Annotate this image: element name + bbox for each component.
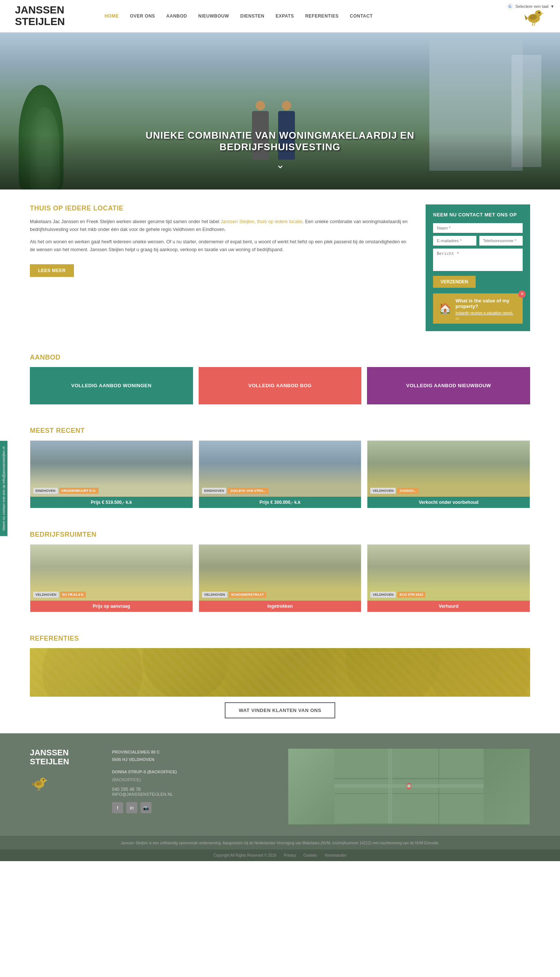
footer-cookies-link[interactable]: Cookies — [303, 853, 317, 857]
intro-paragraph1: Makelaars Jac Janssen en Freek Steijlen … — [30, 218, 411, 234]
recent-property-1-price: Prijs € 519.500,- k.k — [30, 497, 193, 508]
aanbod-section: AANBOD VOLLEDIG AANBOD WONINGEN VOLLEDIG… — [0, 346, 560, 419]
footer-map — [288, 748, 530, 825]
valuation-icon: 🏠 — [439, 302, 452, 315]
svg-point-11 — [143, 648, 230, 697]
footer-map-svg — [288, 749, 530, 823]
hero-section: UNIEKE COMBINATIE VAN WONINGMAKELAARDIJ … — [0, 32, 560, 189]
nav-item-contact[interactable]: CONTACT — [350, 13, 373, 19]
nav-item-home[interactable]: HOME — [105, 13, 119, 19]
recent-property-1[interactable]: EINDHOVEN Kruidenbuurt e.o. Prijs € 519.… — [30, 440, 193, 508]
bedrijf-property-3[interactable]: VELDHOVEN Eco Str-2022 Verhuurd — [367, 544, 530, 612]
recent-property-3[interactable]: VELDHOVEN Zandov... Verkocht onder voorb… — [367, 440, 530, 508]
contact-form-title: NEEM NU CONTACT MET ONS OP — [433, 212, 523, 217]
referenties-button-container: WAT VINDEN KLANTEN VAN ONS — [30, 702, 530, 718]
referenties-section: REFERENTIES WAT VINDEN KLANTEN VAN ONS — [0, 627, 560, 733]
bedrijf-badge-area-1: Ec Fr-61.4 k — [60, 592, 86, 598]
svg-point-3 — [538, 12, 540, 13]
bedrijf-cards-container: VELDHOVEN Ec Fr-61.4 k Prijs op aanvraag… — [30, 544, 530, 612]
nav-item-expats[interactable]: EXPATS — [275, 13, 294, 19]
valuation-link[interactable]: Instantly receive a valuation report. → — [455, 311, 517, 319]
lees-meer-button[interactable]: LEES MEER — [30, 264, 74, 277]
svg-point-10 — [43, 648, 143, 697]
nav-item-referenties[interactable]: REFERENTIES — [305, 13, 338, 19]
social-instagram-icon[interactable]: 📷 — [140, 802, 152, 813]
intro-link[interactable]: Janssen Steijlen, thuis op iedere locati… — [221, 219, 303, 224]
recent-property-3-price: Verkocht onder voorbehoud — [367, 497, 530, 508]
site-logo[interactable]: JANSSEN STEIJLEN — [15, 5, 82, 28]
footer-privacy-link[interactable]: Privacy — [284, 853, 296, 857]
valuation-title: What is the value of my property? — [455, 298, 517, 309]
recent-property-2[interactable]: EINDHOVEN Jakleva van Stra... Prijs € 30… — [198, 440, 362, 508]
bedrijf-badge-area-3: Eco Str-2022 — [397, 592, 425, 598]
bedrijf-property-1-badges: VELDHOVEN Ec Fr-61.4 k — [33, 592, 86, 598]
badge-city-3: VELDHOVEN — [370, 488, 396, 494]
google-icon: G — [507, 3, 513, 10]
svg-marker-19 — [32, 781, 34, 786]
sidebar-contact[interactable]: Neem nu contact met ons op info@janssens… — [0, 441, 7, 536]
bedrijfsruimten-section: BEDRIJFSRUIMTEN VELDHOVEN Ec Fr-61.4 k P… — [0, 523, 560, 627]
bedrijf-badge-city-1: VELDHOVEN — [33, 592, 58, 598]
bedrijf-property-2-image: Veldhoven Schoonerstraat — [199, 545, 362, 601]
contact-verzenden-button[interactable]: Verzenden — [433, 276, 476, 288]
intro-paragraph2: Als het om wonen en werken gaat heeft ie… — [30, 238, 411, 254]
bedrijf-property-2-price: Ingetrokken — [199, 601, 362, 612]
translate-bar[interactable]: G Selecteer een taal ▼ — [507, 3, 554, 10]
svg-rect-30 — [335, 784, 484, 788]
aanbod-card-nieuwbouw[interactable]: VOLLEDIG AANBOD NIEUWBOUW — [367, 367, 530, 405]
svg-line-6 — [534, 23, 535, 26]
contact-bericht-input[interactable] — [433, 249, 523, 271]
contact-email-input[interactable] — [433, 236, 477, 246]
footer-voorwaarden-link[interactable]: Voorwaarden — [325, 853, 347, 857]
wat-vinden-button[interactable]: WAT VINDEN KLANTEN VAN ONS — [225, 702, 335, 718]
valuation-close-button[interactable]: ✕ — [518, 290, 526, 298]
footer-contact-person: DONNA STRUP-S (BACKOFFICE) (BACKOFFICE) — [112, 768, 273, 784]
recent-property-2-badges: EINDHOVEN Jakleva van Stra... — [202, 488, 268, 494]
contact-naam-input[interactable] — [433, 223, 523, 233]
bedrijf-badge-city-2: Veldhoven — [202, 592, 227, 598]
bedrijf-property-1-image: VELDHOVEN Ec Fr-61.4 k — [30, 545, 193, 601]
footer-address: PROVINCIALEWEG 80 C 5505 HJ VELDHOVEN — [112, 748, 273, 764]
aanbod-card-bog[interactable]: VOLLEDIG AANBOD BOG — [198, 367, 362, 405]
social-linkedin-icon[interactable]: in — [126, 802, 137, 813]
recent-property-1-badges: EINDHOVEN Kruidenbuurt e.o. — [33, 488, 98, 494]
hero-scroll-arrow[interactable]: ⌄ — [131, 159, 429, 171]
bedrijf-property-3-badges: VELDHOVEN Eco Str-2022 — [370, 592, 425, 598]
svg-marker-4 — [525, 15, 528, 20]
bedrijf-property-1[interactable]: VELDHOVEN Ec Fr-61.4 k Prijs op aanvraag — [30, 544, 193, 612]
nav-item-diensten[interactable]: DIENSTEN — [240, 13, 265, 19]
footer-phone: 040 295 46 78 — [112, 787, 273, 792]
hero-text-container: UNIEKE COMBINATIE VAN WONINGMAKELAARDIJ … — [131, 130, 429, 171]
bedrijf-property-2[interactable]: Veldhoven Schoonerstraat Ingetrokken — [198, 544, 362, 612]
svg-text:G: G — [508, 4, 512, 8]
bedrijf-badge-area-2: Schoonerstraat — [229, 592, 266, 598]
svg-rect-31 — [388, 749, 392, 823]
aanbod-card-woningen[interactable]: VOLLEDIG AANBOD WONINGEN — [30, 367, 193, 405]
footer-email[interactable]: INFO@JANSSENSTEIJLEN.NL — [112, 792, 273, 796]
svg-point-12 — [223, 648, 337, 697]
nav-item-nieuwbouw[interactable]: NIEUWBOUW — [198, 13, 229, 19]
svg-line-20 — [38, 788, 38, 791]
nav-item-over-ons[interactable]: OVER ONS — [130, 13, 155, 19]
recent-property-3-badges: VELDHOVEN Zandov... — [370, 488, 418, 494]
referenties-banner — [30, 648, 530, 697]
contact-telefoon-input[interactable] — [479, 236, 523, 246]
nav-item-aanbod[interactable]: AANBOD — [166, 13, 187, 19]
badge-area-2: Jakleva van Stra... — [228, 488, 268, 494]
social-facebook-icon[interactable]: f — [112, 802, 123, 813]
badge-area-1: Kruidenbuurt e.o. — [59, 488, 98, 494]
referenties-svg-pattern — [30, 648, 530, 697]
badge-city-1: EINDHOVEN — [33, 488, 58, 494]
svg-point-14 — [430, 648, 530, 697]
badge-area-3: Zandov... — [397, 488, 418, 494]
svg-point-13 — [346, 648, 439, 697]
bedrijf-property-3-image: VELDHOVEN Eco Str-2022 — [367, 545, 530, 601]
valuation-widget[interactable]: ✕ 🏠 What is the value of my property? In… — [433, 293, 523, 324]
recent-property-1-image: EINDHOVEN Kruidenbuurt e.o. — [30, 441, 193, 497]
footer-logo-area: JANSSENSTEIJLEN — [30, 748, 97, 825]
intro-left: THUIS OP IEDERE LOCATIE Makelaars Jac Ja… — [30, 204, 411, 277]
recent-property-2-price: Prijs € 300.000,- k.k — [199, 497, 362, 508]
bedrijf-property-3-price: Verhuurd — [367, 601, 530, 612]
main-nav: HOME OVER ONS AANBOD NIEUWBOUW DIENSTEN … — [105, 13, 512, 19]
contact-form-box: NEEM NU CONTACT MET ONS OP Verzenden ✕ 🏠… — [426, 204, 530, 331]
